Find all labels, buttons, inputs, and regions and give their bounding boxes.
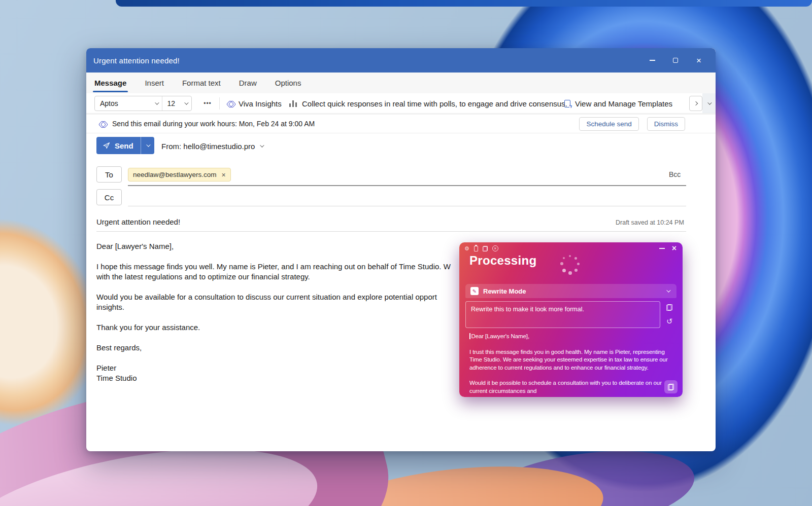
subject-field[interactable]: Urgent attention needed! [96,218,180,226]
tab-options[interactable]: Options [275,79,301,87]
paste-document-icon[interactable] [474,246,478,251]
assistant-mini-toolbar: ⚙ × [464,245,498,252]
send-label: Send [115,141,133,150]
copy-output-button[interactable] [664,380,678,393]
paper-plane-icon [103,141,111,150]
window-controls: × [640,48,710,73]
viva-insights-label: Viva Insights [239,99,282,108]
output-paragraph: I trust this message finds you in good h… [469,348,668,372]
templates-label: View and Manage Templates [575,99,672,108]
viva-insights-icon [99,121,106,127]
wallpaper-top-band [116,0,812,7]
assistant-title: Processing [469,254,536,268]
chevron-right-icon [694,101,698,105]
gear-icon[interactable]: ⚙ [464,246,469,251]
subject-underline [96,231,686,232]
maximize-icon [673,58,678,63]
titlebar: Urgent attention needed! × [86,48,716,73]
formatting-overflow-button[interactable]: ••• [199,96,216,111]
insights-suggestion-text: Send this email during your work hours: … [112,120,315,128]
send-options-caret[interactable] [141,137,154,154]
rewrite-prompt-input[interactable]: Rewrite this to make it look more formal… [465,301,660,328]
window-title: Urgent attention needed! [93,56,180,65]
ribbon-right-strip [702,93,716,114]
ribbon-toolbar: Aptos 12 ••• Viva Insights Collect quick… [86,93,702,114]
send-button[interactable]: Send [96,137,141,154]
text-cursor [469,333,470,339]
chevron-down-icon [155,100,159,104]
output-paragraph: Would it be possible to schedule a consu… [469,379,668,395]
assistant-window-controls: × [659,244,676,252]
tab-format-text[interactable]: Format text [182,79,221,87]
ribbon-tabs: Message Insert Format text Draw Options [86,73,716,93]
undo-icon[interactable]: ↺ [666,317,673,325]
send-row: Send From: hello@timestudio.pro [86,133,716,159]
pencil-icon: ✎ [470,287,479,295]
templates-document-icon [564,100,570,107]
cc-field-underline[interactable] [128,206,686,206]
font-combo-group: Aptos 12 [94,96,192,111]
chevron-down-icon [666,288,670,292]
recipient-email: needlaw@bestlawyers.com [133,171,217,178]
schedule-send-button[interactable]: Schedule send [579,117,638,131]
rewrite-mode-header[interactable]: ✎ Rewrite Mode [465,284,676,298]
font-name-value: Aptos [100,99,118,107]
ribbon-collapse-chevron-icon[interactable] [707,100,712,104]
minimize-icon [650,60,655,61]
maximize-button[interactable] [664,48,687,73]
output-greeting-text: Dear [Lawyer's Name], [471,333,530,339]
close-circle-icon[interactable]: × [492,245,498,251]
tab-draw[interactable]: Draw [239,79,257,87]
close-button[interactable]: × [687,48,710,73]
tab-insert[interactable]: Insert [145,79,164,87]
tab-message[interactable]: Message [94,79,126,87]
font-name-dropdown[interactable]: Aptos [95,96,162,111]
dismiss-button[interactable]: Dismiss [647,117,685,131]
templates-button[interactable]: View and Manage Templates [564,93,672,114]
polls-button[interactable]: Collect quick responses in real time wit… [289,93,567,114]
bcc-toggle[interactable]: Bcc [669,170,681,178]
minimize-button[interactable] [640,48,664,73]
assistant-minimize-icon[interactable] [659,248,665,249]
desktop: Urgent attention needed! × Message Inser… [0,0,812,506]
chevron-down-icon [260,143,264,147]
output-greeting: Dear [Lawyer's Name], [469,333,668,341]
chevron-down-icon [146,142,150,147]
rewrite-mode-label: Rewrite Mode [483,287,526,295]
assistant-side-actions: ↺ [666,304,673,325]
recipient-chip[interactable]: needlaw@bestlawyers.com × [128,168,231,182]
viva-insights-button[interactable]: Viva Insights [227,93,282,114]
toolbar-divider [219,97,220,110]
copy-icon[interactable] [666,304,672,311]
font-size-value: 12 [167,99,176,107]
rewrite-output: Dear [Lawyer's Name], I trust this messa… [469,333,668,397]
toolbar-more-button[interactable] [689,96,702,111]
compose-window: Urgent attention needed! × Message Inser… [86,48,716,451]
dots-spinner-icon [559,255,582,278]
draft-saved-status: Draft saved at 10:24 PM [616,219,684,226]
from-selector[interactable]: From: hello@timestudio.pro [161,133,263,159]
font-size-dropdown[interactable]: 12 [162,96,191,111]
poll-bar-chart-icon [289,100,297,107]
to-button[interactable]: To [96,166,122,183]
insights-suggestion-bar: Send this email during your work hours: … [86,114,716,133]
to-field-underline[interactable] [128,185,686,186]
polls-label: Collect quick responses in real time wit… [302,99,567,108]
close-icon: × [696,56,701,65]
copy-icon[interactable] [483,246,488,251]
remove-recipient-icon[interactable]: × [222,171,226,178]
from-address: From: hello@timestudio.pro [161,142,255,151]
viva-insights-icon [227,100,234,107]
chevron-down-icon [184,100,188,104]
insights-actions: Schedule send Dismiss [579,117,685,131]
send-split-button: Send [96,137,154,154]
cc-button[interactable]: Cc [96,189,122,205]
copy-icon [668,384,674,390]
assistant-close-icon[interactable]: × [672,244,676,252]
rewrite-assistant-dialog: ⚙ × × Processing ✎ Re [459,242,683,397]
